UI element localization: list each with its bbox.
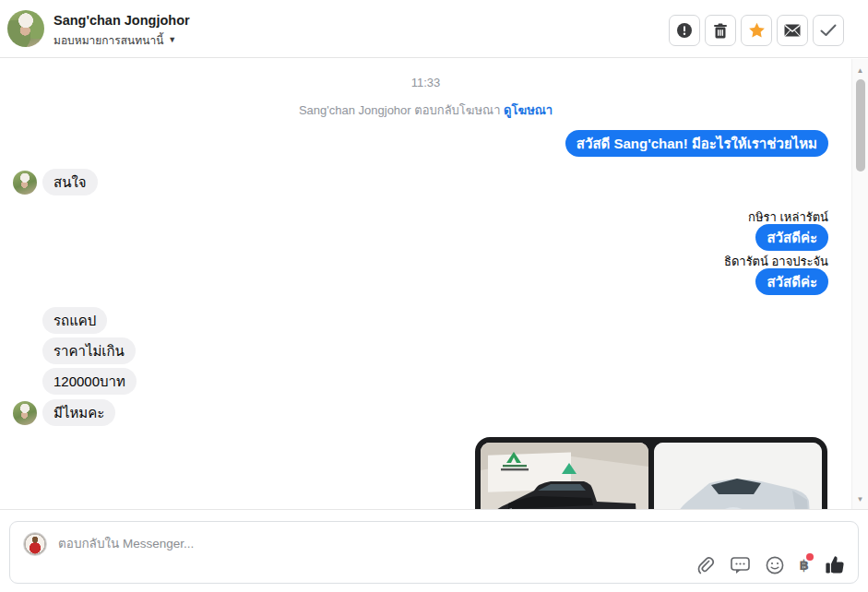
message-bubble-incoming[interactable]: ราคาไม่เกิน: [42, 337, 136, 364]
paperclip-icon: [696, 556, 715, 574]
emoji-button[interactable]: [766, 556, 784, 574]
composer-toolbar: ฿: [696, 555, 845, 574]
mark-as-spam-button[interactable]: [669, 15, 700, 46]
assign-conversation-label: มอบหมายการสนทนานี้: [54, 31, 163, 49]
contact-avatar[interactable]: [7, 10, 44, 47]
assign-conversation-dropdown[interactable]: มอบหมายการสนทนานี้ ▼: [54, 31, 176, 49]
message-bubble-incoming[interactable]: มีไหมคะ: [42, 399, 115, 426]
message-bubble-incoming[interactable]: รถแคป: [42, 307, 107, 334]
envelope-icon: [784, 24, 801, 37]
trash-icon: [713, 23, 728, 39]
conversation-header: Sang'chan Jongjohor มอบหมายการสนทนานี้ ▼: [0, 0, 868, 58]
flag-follow-up-button[interactable]: [741, 15, 772, 46]
chat-scrollbar[interactable]: ▲ ▼: [851, 59, 868, 509]
payment-button[interactable]: ฿: [800, 557, 809, 574]
car-photo-silver-pickup[interactable]: [654, 443, 822, 510]
view-ad-link[interactable]: ดูโฆษณา: [504, 103, 553, 117]
message-bubble-incoming[interactable]: 120000บาท: [42, 368, 137, 395]
car-photo-black-pickup[interactable]: [481, 443, 648, 510]
mark-as-done-button[interactable]: [813, 15, 844, 46]
scroll-up-arrow-icon[interactable]: ▲: [852, 66, 868, 75]
page-avatar: [23, 532, 47, 556]
saved-replies-icon: [731, 556, 750, 574]
send-like-button[interactable]: [825, 555, 845, 574]
like-thumb-icon: [825, 555, 845, 574]
attach-file-button[interactable]: [696, 556, 715, 574]
emoji-smiley-icon: [766, 556, 784, 574]
mark-as-unread-button[interactable]: [777, 15, 808, 46]
timestamp: 11:33: [0, 76, 851, 89]
contact-name: Sang'chan Jongjohor: [54, 13, 190, 28]
image-attachment-carousel[interactable]: [475, 437, 827, 510]
contact-avatar-small: [13, 401, 37, 425]
scroll-down-arrow-icon[interactable]: ▼: [852, 495, 868, 503]
reply-composer: ฿: [9, 521, 859, 584]
silver-pickup-image: [654, 443, 822, 510]
message-bubble-outgoing[interactable]: สวัสดี Sang'chan! มีอะไรให้เราช่วยไหม: [565, 130, 828, 157]
delete-button[interactable]: [705, 15, 736, 46]
black-pickup-image: [481, 443, 648, 510]
saved-replies-button[interactable]: [731, 556, 750, 574]
notification-dot-badge: [806, 553, 814, 561]
scrollbar-thumb[interactable]: [856, 79, 865, 172]
check-icon: [820, 24, 837, 37]
header-action-buttons: [669, 15, 844, 46]
exclamation-circle-icon: [676, 22, 693, 39]
message-bubble-outgoing[interactable]: สวัสดีค่ะ: [755, 224, 828, 251]
ad-context-line: Sang'chan Jongjohor ตอบกลับโฆษณา ดูโฆษณา: [0, 101, 851, 120]
message-thread: 11:33 Sang'chan Jongjohor ตอบกลับโฆษณา ด…: [0, 59, 868, 510]
message-bubble-incoming[interactable]: สนใจ: [42, 169, 98, 195]
contact-avatar-small: [13, 171, 37, 195]
chevron-down-icon: ▼: [168, 36, 176, 44]
reply-input[interactable]: [58, 533, 519, 553]
messenger-inbox-window: Sang'chan Jongjohor มอบหมายการสนทนานี้ ▼: [0, 0, 868, 592]
message-bubble-outgoing[interactable]: สวัสดีค่ะ: [755, 268, 828, 295]
ad-context-text: Sang'chan Jongjohor ตอบกลับโฆษณา: [299, 103, 501, 117]
star-icon: [748, 22, 766, 39]
